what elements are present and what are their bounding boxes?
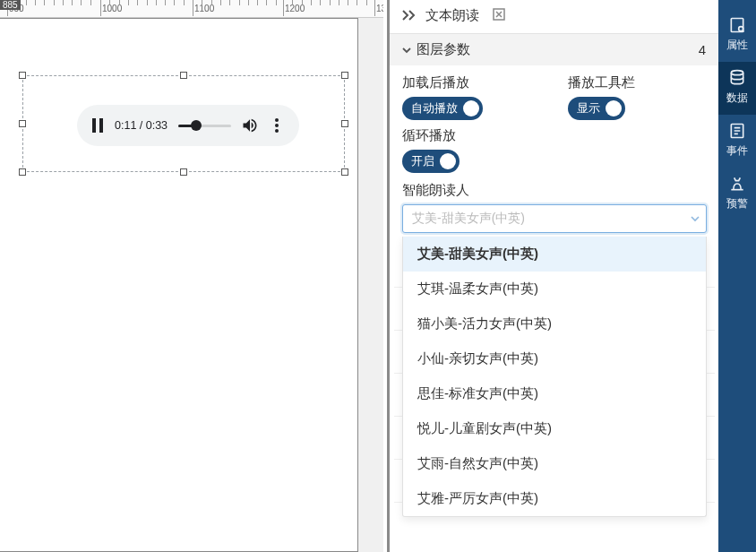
resize-handle-sw[interactable] (19, 168, 26, 176)
database-icon (728, 69, 746, 87)
voice-option[interactable]: 艾雅-严厉女声(中英) (403, 481, 706, 516)
right-tab-rail: 属性 数据 事件 预警 (718, 0, 756, 552)
toggle-loop-text: 开启 (411, 153, 434, 169)
kebab-menu-icon[interactable] (267, 116, 287, 135)
voice-select[interactable]: 艾美-甜美女声(中英) (402, 204, 707, 233)
label-voice: 智能朗读人 (402, 182, 706, 199)
chevron-down-icon (402, 44, 411, 56)
chevron-down-icon (691, 212, 700, 225)
list-icon (728, 122, 746, 140)
panel-header: 文本朗读 (390, 0, 718, 33)
svg-rect-6 (731, 19, 743, 32)
toggle-loop[interactable]: 开启 (402, 150, 460, 173)
toggle-toolbar-text: 显示 (577, 100, 600, 116)
svg-point-4 (275, 129, 279, 133)
rail-tab-label: 数据 (726, 91, 748, 106)
voice-option[interactable]: 思佳-标准女声(中英) (403, 376, 706, 411)
rail-tab-label: 事件 (726, 143, 748, 159)
resize-handle-e[interactable] (341, 120, 348, 127)
property-panel: 文本朗读 图层参数 4 加载后播放 自动播放 播放工具栏 显示 (387, 0, 718, 552)
resize-handle-s[interactable] (180, 168, 187, 176)
svg-point-3 (275, 124, 279, 127)
voice-dropdown[interactable]: 艾美-甜美女声(中英)艾琪-温柔女声(中英)猫小美-活力女声(中英)小仙-亲切女… (402, 237, 707, 517)
rail-tab-data[interactable]: 数据 (718, 62, 756, 115)
rail-tab-label: 属性 (726, 38, 748, 53)
pause-icon[interactable] (88, 116, 107, 135)
toggle-toolbar[interactable]: 显示 (568, 97, 625, 120)
resize-handle-w[interactable] (19, 120, 26, 127)
volume-icon[interactable] (240, 116, 260, 135)
label-play-after-load: 加载后播放 (402, 74, 541, 91)
panel-title: 文本朗读 (425, 7, 479, 24)
section-title: 图层参数 (417, 41, 470, 58)
audio-time: 0:11 / 0:33 (115, 119, 168, 132)
voice-option[interactable]: 猫小美-活力女声(中英) (403, 306, 706, 341)
section-count: 4 (699, 42, 706, 57)
voice-option[interactable]: 悦儿-儿童剧女声(中英) (403, 411, 706, 446)
canvas-area[interactable]: 885 9001000110012001300 0:11 / 0:33 (0, 0, 383, 552)
svg-point-8 (731, 71, 743, 75)
close-icon[interactable] (492, 7, 506, 24)
toggle-autoplay[interactable]: 自动播放 (402, 97, 483, 120)
voice-option[interactable]: 艾琪-温柔女声(中英) (403, 272, 706, 306)
resize-handle-ne[interactable] (341, 72, 348, 79)
audio-player[interactable]: 0:11 / 0:33 (77, 105, 299, 146)
audio-thumb[interactable] (191, 120, 202, 131)
properties-icon (728, 16, 746, 34)
alert-icon (728, 175, 746, 193)
rail-tab-alerts[interactable]: 预警 (718, 168, 756, 220)
voice-option[interactable]: 小仙-亲切女声(中英) (403, 341, 706, 376)
label-loop: 循环播放 (402, 127, 541, 144)
svg-point-2 (275, 118, 279, 122)
resize-handle-se[interactable] (341, 168, 348, 176)
voice-option[interactable]: 艾美-甜美女声(中英) (403, 237, 706, 272)
selection-box[interactable]: 0:11 / 0:33 (22, 75, 345, 172)
collapse-panel-icon[interactable] (402, 9, 417, 23)
label-toolbar: 播放工具栏 (568, 74, 707, 91)
rail-tab-events[interactable]: 事件 (718, 115, 756, 168)
svg-rect-1 (99, 118, 103, 133)
toggle-autoplay-text: 自动播放 (411, 100, 458, 116)
svg-rect-0 (92, 118, 96, 133)
section-header-layer-params[interactable]: 图层参数 4 (390, 33, 718, 65)
rail-tab-label: 预警 (726, 196, 748, 211)
rail-tab-properties[interactable]: 属性 (718, 9, 756, 62)
resize-handle-nw[interactable] (19, 72, 26, 79)
voice-select-value: 艾美-甜美女声(中英) (412, 211, 525, 227)
voice-option[interactable]: 艾雨-自然女声(中英) (403, 446, 706, 481)
ruler-horizontal: 9001000110012001300 (0, 0, 383, 18)
resize-handle-n[interactable] (180, 72, 187, 79)
ruler-origin-tag: 885 (0, 0, 21, 10)
audio-track[interactable] (178, 125, 231, 127)
section-body: 加载后播放 自动播放 播放工具栏 显示 循环播放 开启 (390, 65, 718, 233)
